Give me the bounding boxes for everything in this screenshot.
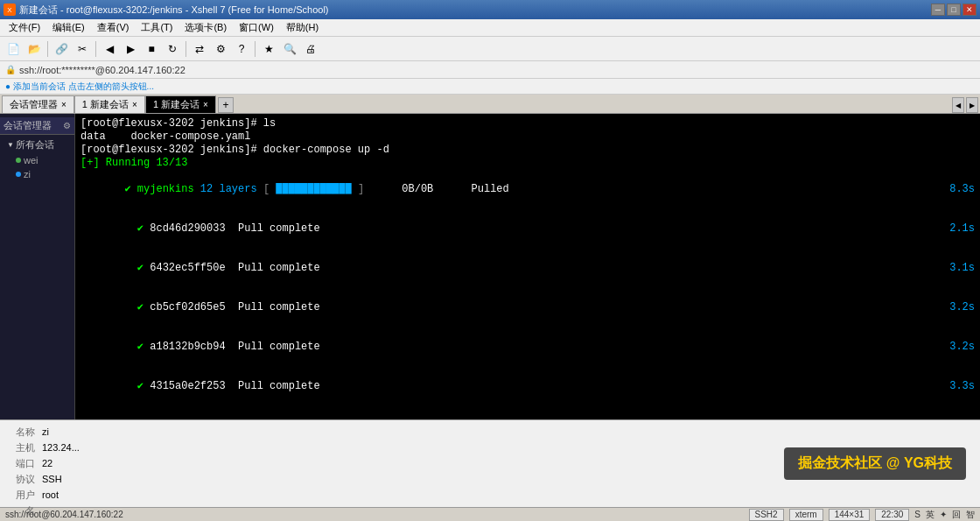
sep3	[186, 41, 186, 57]
term-line-myjenkins: ✔ myjenkins 12 layers [ ████████████ ] 0…	[80, 170, 975, 209]
bookmark-btn[interactable]: ★	[259, 39, 278, 59]
connect-btn[interactable]: 🔗	[52, 39, 71, 59]
group-all-sessions-label: 所有会话	[16, 138, 54, 151]
tab-add-button[interactable]: +	[218, 97, 234, 113]
menu-help[interactable]: 帮助(H)	[281, 20, 324, 35]
status-ssh2: SSH2	[749, 509, 784, 521]
transfer-btn[interactable]: ⇄	[190, 39, 209, 59]
tab-scroll-area: ◀ ▶	[952, 97, 978, 113]
zi-status-dot	[16, 172, 21, 177]
sep2	[95, 41, 96, 57]
menu-tabs[interactable]: 选项卡(B)	[179, 20, 232, 35]
minimize-button[interactable]: ─	[931, 4, 945, 16]
refresh-btn[interactable]: ↻	[163, 39, 182, 59]
term-pull-3: ✔ cb5cf02d65e5 Pull complete3.2s	[80, 288, 975, 327]
tab-scroll-left[interactable]: ◀	[952, 97, 964, 113]
sessions-settings-icon[interactable]: ⚙	[63, 121, 71, 130]
wei-status-dot	[16, 158, 21, 163]
tab-1-close[interactable]: ×	[132, 100, 137, 109]
sidebar-item-zi-label: zi	[24, 169, 31, 180]
maximize-button[interactable]: □	[947, 4, 961, 16]
status-time: 22:30	[875, 509, 909, 521]
menu-edit[interactable]: 编辑(E)	[47, 20, 90, 35]
info-row-host: 主机 123.24...	[7, 440, 483, 455]
term-pull-4: ✔ a18132b9cb94 Pull complete3.2s	[80, 327, 975, 367]
stop-btn[interactable]: ■	[142, 39, 161, 59]
status-xterm: xterm	[789, 509, 823, 521]
term-pull-2: ✔ 6432ec5ff50e Pull complete3.1s	[80, 249, 975, 288]
info-table: 名称 zi 主机 123.24... 端口 22 协议 SSH 用户名 root…	[0, 420, 490, 507]
host-value: 123.24...	[42, 440, 80, 455]
watermark: 掘金技术社区 @ YG科技	[784, 447, 966, 480]
status-icon-smart: 智	[966, 509, 975, 521]
lock-icon: 🔒	[5, 65, 16, 74]
tab-scroll-right[interactable]: ▶	[966, 97, 978, 113]
status-icon-star: ✦	[940, 510, 947, 519]
help-btn[interactable]: ?	[232, 39, 251, 59]
sep4	[255, 41, 256, 57]
term-pull-5: ✔ 4315a0e2f253 Pull complete3.3s	[80, 367, 975, 406]
sidebar: 会话管理器 ⚙ ▼ 所有会话 wei zi	[0, 114, 75, 419]
port-label: 端口	[7, 455, 35, 471]
tab-session-manager-close[interactable]: ×	[61, 100, 66, 109]
sidebar-item-wei-label: wei	[24, 155, 38, 165]
tab-new-session-1[interactable]: 1 新建会话 ×	[74, 95, 145, 113]
term-line-1: [root@flexusx-3202 jenkins]# ls	[80, 117, 975, 130]
tab-2-close[interactable]: ×	[203, 100, 208, 109]
address-text: ssh://root:*********@60.204.147.160:22	[19, 65, 186, 75]
menu-bar: 文件(F) 编辑(E) 查看(V) 工具(T) 选项卡(B) 窗口(W) 帮助(…	[0, 19, 980, 37]
menu-file[interactable]: 文件(F)	[4, 20, 46, 35]
address-bar: 🔒 ssh://root:*********@60.204.147.160:22	[0, 61, 980, 79]
tab-session-manager[interactable]: 会话管理器 ×	[2, 95, 74, 113]
quick-bar-text: ● 添加当前会话 点击左侧的箭头按钮...	[5, 81, 154, 93]
info-row-port: 端口 22	[7, 455, 483, 471]
disconnect-btn[interactable]: ✂	[73, 39, 92, 59]
status-address: ssh://root@60.204.147.160:22	[5, 510, 123, 519]
tab-new-session-1-label: 1 新建会话	[82, 98, 129, 111]
term-line-running: [+] Running 13/13	[80, 157, 975, 170]
back-btn[interactable]: ◀	[100, 39, 119, 59]
protocol-label: 协议	[7, 471, 35, 487]
info-row-protocol: 协议 SSH	[7, 471, 483, 487]
term-line-3: [root@flexusx-3202 jenkins]# docker-comp…	[80, 144, 975, 157]
status-icon-back: 回	[952, 509, 961, 521]
sidebar-group-all-sessions[interactable]: ▼ 所有会话	[4, 137, 71, 153]
info-row-name: 名称 zi	[7, 424, 483, 440]
open-btn[interactable]: 📂	[24, 39, 44, 59]
tab-bar: 会话管理器 × 1 新建会话 × 1 新建会话 × + ◀ ▶	[0, 95, 980, 114]
main-area: 会话管理器 ⚙ ▼ 所有会话 wei zi [root@flexusx-3202…	[0, 114, 980, 419]
watermark-area: 掘金技术社区 @ YG科技	[490, 420, 980, 507]
settings-btn[interactable]: ⚙	[211, 39, 230, 59]
tab-new-session-2-label: 1 新建会话	[153, 98, 200, 111]
find-btn[interactable]: 🔍	[280, 39, 299, 59]
quick-bar: ● 添加当前会话 点击左侧的箭头按钮...	[0, 79, 980, 95]
menu-view[interactable]: 查看(V)	[92, 20, 135, 35]
sidebar-item-zi[interactable]: zi	[4, 167, 71, 181]
window-title: 新建会话 - root@flexusx-3202:/jenkins - Xshe…	[19, 4, 329, 17]
sessions-header: 会话管理器 ⚙	[0, 117, 74, 135]
bottom-panel: 名称 zi 主机 123.24... 端口 22 协议 SSH 用户名 root…	[0, 419, 980, 507]
status-left: ssh://root@60.204.147.160:22	[5, 510, 123, 519]
status-icon-s: S	[914, 510, 920, 519]
name-label: 名称	[7, 424, 35, 440]
status-icon-en: 英	[926, 509, 934, 521]
tab-session-manager-label: 会话管理器	[10, 98, 58, 111]
terminal[interactable]: [root@flexusx-3202 jenkins]# ls data doc…	[75, 114, 980, 419]
name-value: zi	[42, 424, 49, 440]
status-right: SSH2 xterm 144×31 22:30 S 英 ✦ 回 智	[749, 509, 975, 521]
term-pull-1: ✔ 8cd46d290033 Pull complete2.1s	[80, 209, 975, 249]
menu-tools[interactable]: 工具(T)	[136, 20, 178, 35]
toolbar: 📄 📂 🔗 ✂ ◀ ▶ ■ ↻ ⇄ ⚙ ? ★ 🔍 🖨	[0, 37, 980, 61]
print-btn[interactable]: 🖨	[301, 39, 320, 59]
close-button[interactable]: ✕	[962, 4, 976, 16]
tab-new-session-2[interactable]: 1 新建会话 ×	[145, 95, 216, 113]
forward-btn[interactable]: ▶	[121, 39, 140, 59]
host-label: 主机	[7, 440, 35, 455]
menu-window[interactable]: 窗口(W)	[234, 20, 279, 35]
sessions-title: 会话管理器	[4, 119, 52, 132]
sep1	[47, 41, 48, 57]
protocol-value: SSH	[42, 471, 62, 487]
sidebar-item-wei[interactable]: wei	[4, 153, 71, 167]
group-arrow-icon: ▼	[7, 141, 14, 149]
new-session-btn[interactable]: 📄	[4, 39, 23, 59]
